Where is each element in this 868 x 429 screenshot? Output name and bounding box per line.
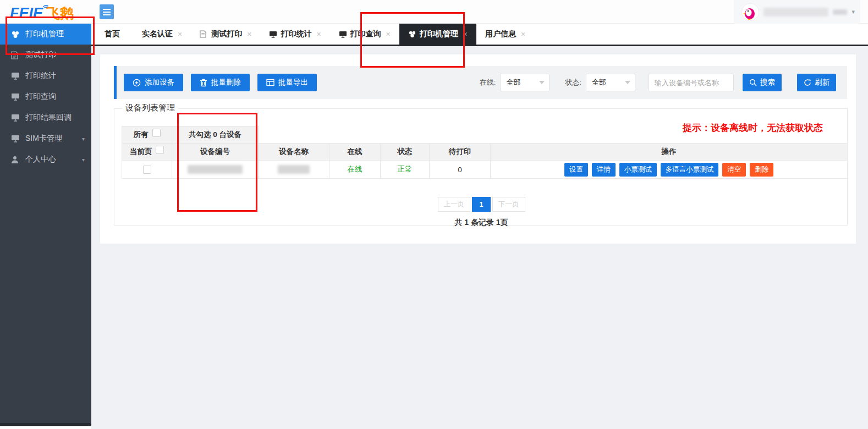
tab-label: 打印统计 — [281, 29, 311, 39]
wifi-signal-icon — [41, 1, 50, 11]
search-input[interactable] — [649, 74, 734, 91]
plus-circle-icon — [133, 79, 141, 87]
search-icon — [749, 79, 757, 86]
blurred-username-extra — [833, 9, 847, 15]
online-filter-value: 全部 — [506, 78, 520, 87]
col-header-pending: 待打印 — [429, 143, 491, 161]
tab-label: 打印机管理 — [420, 29, 458, 39]
content-card: 添加设备 批量删除 批量导出 在线: 全部 状态: — [100, 54, 856, 244]
user-caret-down-icon: ▾ — [851, 8, 855, 15]
close-icon[interactable]: × — [386, 30, 391, 38]
sidebar-item-test-print[interactable]: 测试打印 — [0, 45, 91, 65]
col-header-device-name: 设备名称 — [258, 143, 329, 161]
logo-text-cn: 飞鹅 — [46, 4, 74, 22]
sidebar-item-label: 打印统计 — [25, 71, 56, 81]
sidebar: 打印机管理 测试打印 打印统计 打印查询 打印结果回调 SIM卡管理 ▾ 个人中… — [0, 24, 91, 426]
tab-printer-management[interactable]: 打印机管理 × — [399, 24, 476, 45]
select-all-checkbox[interactable] — [152, 129, 161, 137]
receipt-test-button[interactable]: 小票测试 — [619, 163, 657, 177]
monitor-icon — [339, 30, 347, 38]
table-selection-row: 所有 共勾选 0 台设备 — [122, 126, 848, 144]
table-row: 在线 正常 0 设置 详情 小票测试 多语言小票测试 清空 删除 — [122, 160, 848, 179]
settings-button[interactable]: 设置 — [564, 163, 588, 177]
sidebar-item-printer-management[interactable]: 打印机管理 — [0, 24, 91, 45]
table-export-icon — [266, 79, 274, 86]
tab-real-name-auth[interactable]: 实名认证 × — [133, 24, 191, 45]
row-checkbox-cell — [122, 160, 172, 179]
device-table: 所有 共勾选 0 台设备 当前页 设备编号 设备名称 — [122, 126, 848, 179]
tab-print-query[interactable]: 打印查询 × — [330, 24, 399, 45]
tab-home[interactable]: 首页 — [91, 24, 133, 45]
status-filter-select[interactable]: 全部 — [586, 74, 635, 91]
hamburger-icon — [103, 9, 111, 10]
close-icon[interactable]: × — [463, 30, 468, 38]
tab-bar: 首页 实名认证 × 测试打印 × 打印统计 × 打印查询 × 打印机管理 × 用… — [91, 24, 868, 46]
batch-delete-button[interactable]: 批量删除 — [191, 74, 250, 91]
gears-icon — [11, 30, 20, 38]
sidebar-item-print-query[interactable]: 打印查询 — [0, 86, 91, 107]
search-button[interactable]: 搜索 — [743, 74, 782, 91]
close-icon[interactable]: × — [178, 30, 182, 38]
sidebar-item-sim-management[interactable]: SIM卡管理 ▾ — [0, 128, 91, 149]
close-icon[interactable]: × — [247, 30, 251, 38]
batch-export-button[interactable]: 批量导出 — [257, 74, 317, 91]
monitor-icon — [11, 113, 20, 122]
selected-summary: 共勾选 0 台设备 — [189, 130, 241, 140]
current-page-cell: 当前页 — [122, 143, 172, 161]
filters: 在线: 全部 状态: 全部 搜索 — [480, 74, 836, 91]
menu-toggle-button[interactable] — [100, 4, 114, 19]
feie-logo: FEIE 飞鹅 — [10, 2, 74, 22]
tab-print-stats[interactable]: 打印统计 × — [260, 24, 329, 45]
monitor-icon — [11, 72, 20, 80]
logo-text-en: FEIE — [10, 4, 43, 22]
tab-label: 实名认证 — [142, 29, 173, 39]
sidebar-item-label: 个人中心 — [25, 155, 56, 164]
sidebar-item-personal-center[interactable]: 个人中心 ▾ — [0, 149, 91, 170]
multilang-receipt-test-button[interactable]: 多语言小票测试 — [661, 163, 719, 177]
next-page-button[interactable]: 下一页 — [492, 197, 525, 212]
user-icon — [11, 155, 20, 164]
tab-user-info[interactable]: 用户信息 × — [476, 24, 534, 45]
page-1-button[interactable]: 1 — [472, 197, 491, 212]
tab-test-print[interactable]: 测试打印 × — [191, 24, 260, 45]
current-page-checkbox[interactable] — [156, 146, 164, 154]
details-button[interactable]: 详情 — [592, 163, 616, 177]
device-list-panel: 设备列表管理 提示：设备离线时，无法获取状态 所有 共勾选 0 台设备 — [114, 108, 848, 226]
pagination: 上一页 1 下一页 — [114, 197, 848, 212]
prev-page-button[interactable]: 上一页 — [438, 197, 471, 212]
refresh-button[interactable]: 刷新 — [797, 74, 836, 91]
current-page-label: 当前页 — [130, 147, 152, 157]
close-icon[interactable]: × — [316, 30, 321, 38]
online-filter-select[interactable]: 全部 — [500, 74, 550, 91]
clear-button[interactable]: 清空 — [722, 163, 746, 177]
add-device-label: 添加设备 — [145, 78, 174, 87]
online-filter-label: 在线: — [480, 78, 496, 87]
row-checkbox[interactable] — [143, 166, 151, 174]
sidebar-item-label: SIM卡管理 — [25, 134, 62, 144]
add-device-button[interactable]: 添加设备 — [124, 74, 183, 91]
top-bar: FEIE 飞鹅 ▾ — [0, 0, 868, 24]
select-all-label: 所有 — [134, 130, 149, 140]
sidebar-item-label: 测试打印 — [25, 50, 56, 60]
blurred-username — [763, 8, 828, 16]
sidebar-item-label: 打印结果回调 — [25, 113, 72, 123]
chevron-down-icon — [625, 81, 630, 84]
close-icon[interactable]: × — [521, 30, 525, 38]
tab-label: 打印查询 — [350, 29, 381, 39]
status-filter-label: 状态: — [565, 78, 581, 87]
monitor-icon — [11, 134, 20, 143]
document-icon — [200, 30, 208, 38]
row-device-name-cell — [258, 160, 329, 179]
batch-delete-label: 批量删除 — [211, 78, 241, 87]
sidebar-item-print-stats[interactable]: 打印统计 — [0, 65, 91, 86]
delete-button[interactable]: 删除 — [750, 163, 773, 177]
sidebar-item-print-callback[interactable]: 打印结果回调 — [0, 107, 91, 128]
document-icon — [11, 51, 20, 59]
user-menu[interactable]: ▾ — [734, 0, 860, 24]
toolbar: 添加设备 批量删除 批量导出 在线: 全部 状态: — [114, 66, 847, 99]
gears-icon — [408, 30, 416, 38]
blurred-device-name — [278, 165, 310, 174]
col-header-actions: 操作 — [490, 143, 848, 161]
selection-row-filler — [258, 126, 848, 144]
trash-icon — [200, 79, 207, 87]
